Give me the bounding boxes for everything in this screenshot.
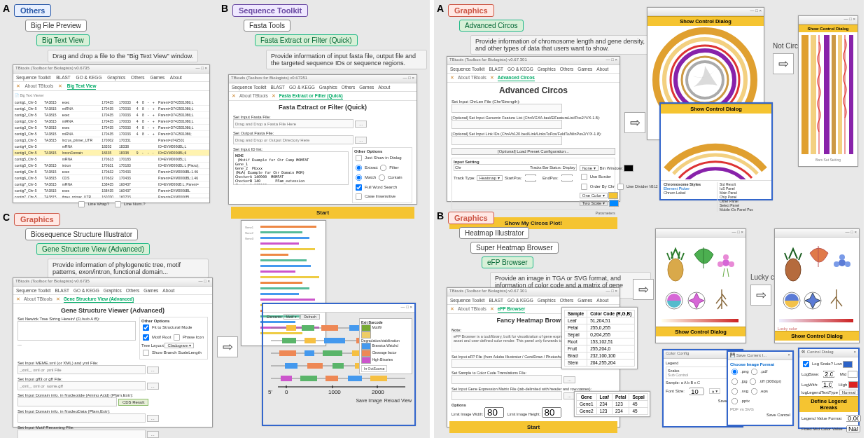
expr-matrix-file[interactable] xyxy=(451,391,562,400)
tab-fasta-extract[interactable]: Fasta Extract or Filter (Quick) xyxy=(279,93,343,100)
fasta-section-title: Fasta Extract or Filter (Quick) xyxy=(229,101,416,114)
svg-point-83 xyxy=(834,261,839,267)
svg-rect-14 xyxy=(260,287,309,289)
svg-rect-50 xyxy=(370,376,387,381)
item-gene-structure-view: Gene Structure View (Advanced) xyxy=(36,243,150,255)
reload-view-button[interactable]: Reload View xyxy=(384,398,412,403)
load-preset-button[interactable]: [Optional] Load Preset Configuration... xyxy=(451,148,615,155)
just-show-checkbox[interactable]: Just Show in Dialog xyxy=(354,156,402,160)
svg-rect-32 xyxy=(324,338,345,343)
line-num-checkbox[interactable]: Line Num.? xyxy=(113,202,146,206)
newick-area[interactable] xyxy=(18,321,136,341)
menu-seq-toolkit[interactable]: Sequence Toolkit xyxy=(16,75,50,80)
efp-start-button[interactable]: Start xyxy=(449,421,617,433)
tab-big-text-view[interactable]: Big Text View xyxy=(67,83,97,90)
tab-advanced-circos[interactable]: Advanced Circos xyxy=(498,75,535,81)
menu-go-kegg[interactable]: GO & KEGG xyxy=(76,75,102,80)
menu-about[interactable]: About xyxy=(170,75,182,80)
svg-rect-42 xyxy=(307,363,323,369)
svg-rect-3 xyxy=(260,226,316,228)
tab-gene-structure[interactable]: Gene Structure View (Advanced) xyxy=(64,296,134,303)
menu-strip[interactable]: Sequence Toolkit BLAST GO & KEGG Graphic… xyxy=(13,74,209,82)
domain-file-2[interactable] xyxy=(18,413,146,423)
fit-struct-checkbox[interactable]: Fit to Structural Mode xyxy=(141,325,192,329)
svg-rect-31 xyxy=(304,338,316,343)
svg-text:2000: 2000 xyxy=(372,389,384,395)
svg-rect-66 xyxy=(811,35,816,154)
svg-rect-27 xyxy=(349,325,359,331)
extract-radio[interactable]: Extract xyxy=(354,165,378,170)
sample-color-table: SampleColor Code (R,G,B) Leaf51,204,51Pe… xyxy=(561,307,638,369)
big-text-view-window: TBtools (Toolbox for Biologists) v0.6735… xyxy=(13,64,210,203)
item-efp-browser: eFP Browser xyxy=(482,256,533,268)
item-super-heatmap: Super Heatmap Browser xyxy=(470,242,559,254)
save-image-button[interactable]: Save Image xyxy=(356,398,382,403)
menu-others[interactable]: Others xyxy=(131,75,145,80)
item-big-text-view: Big Text View xyxy=(36,34,90,46)
svg-rect-35 xyxy=(279,350,296,356)
fasta-output-file[interactable] xyxy=(233,135,354,144)
efp-file[interactable] xyxy=(451,359,562,368)
tree-layout-select[interactable]: Cladogram ▾ xyxy=(164,343,194,348)
define-breaks-button[interactable]: Define Legend Breaks xyxy=(799,396,858,412)
help-big-text-view: Drag and drop a file to the "Big Text Vi… xyxy=(48,50,198,62)
meme-file[interactable] xyxy=(18,365,146,374)
fasta-extract-window: TBtools (Toolbox for Biologists) v0.6735… xyxy=(228,74,417,205)
linear-tracks-svg xyxy=(799,32,856,157)
filter-radio[interactable]: Filter xyxy=(379,165,398,170)
show-branch-checkbox[interactable]: Show Branch ScaleLength xyxy=(141,350,202,355)
menu-blast[interactable]: BLAST xyxy=(56,75,71,80)
save-button[interactable]: Save xyxy=(718,399,727,403)
start-button[interactable]: Start xyxy=(231,207,414,219)
svg-rect-13 xyxy=(260,282,302,284)
fasta-input-file[interactable] xyxy=(233,119,354,128)
full-word-checkbox[interactable]: Full Word Search xyxy=(354,185,397,189)
svg-rect-36 xyxy=(304,350,314,356)
svg-point-76 xyxy=(723,254,729,260)
motif-rename-file[interactable] xyxy=(18,430,146,438)
svg-rect-30 xyxy=(282,338,296,343)
menu-graphics[interactable]: Graphics xyxy=(107,75,125,80)
category-graphics: Graphics xyxy=(448,212,494,224)
help-circos: Provide information of chromosome length… xyxy=(470,35,652,55)
svg-text:5': 5' xyxy=(268,389,272,395)
help-gene-structure: Provide information of phylogenetic tree… xyxy=(48,259,209,278)
svg-point-80 xyxy=(785,259,801,281)
svg-rect-24 xyxy=(286,325,296,331)
svg-rect-48 xyxy=(326,376,338,381)
chrlen-file[interactable] xyxy=(451,104,562,113)
gff-file[interactable] xyxy=(18,381,146,390)
svg-rect-7 xyxy=(260,248,315,250)
tab-about[interactable]: About TBtools xyxy=(24,83,53,88)
big-text-table: contig1_Chr-5TA3815exec17043517003348-+P… xyxy=(13,100,209,198)
svg-rect-9 xyxy=(260,259,307,261)
svg-rect-43 xyxy=(332,363,344,369)
svg-rect-47 xyxy=(300,376,317,381)
circos-title: Advanced Circos xyxy=(447,83,620,98)
efp-output-2: — □ × Lucky color Show Control Dialog xyxy=(774,228,860,343)
color-code-file[interactable] xyxy=(451,375,562,384)
fasta-id-list[interactable]: MEME (Motif Example for Chr Comp MOMFAT … xyxy=(233,151,349,185)
menu-games[interactable]: Games xyxy=(150,75,164,80)
cds-result-button[interactable]: CDS Result xyxy=(118,399,148,406)
show-control-dialog-button[interactable]: Show Control Dialog xyxy=(648,16,764,26)
svg-rect-15 xyxy=(260,293,299,295)
arrow-icon: ⇨ xyxy=(750,285,771,306)
tab-efp[interactable]: eFP Browser xyxy=(498,306,526,313)
match-radio[interactable]: Match xyxy=(354,175,376,179)
feature-file[interactable] xyxy=(451,120,562,129)
case-checkbox[interactable]: Case Insensitive xyxy=(354,194,396,198)
contain-radio[interactable]: Contain xyxy=(377,175,402,179)
link-file[interactable] xyxy=(451,136,562,145)
color-swatch[interactable] xyxy=(624,165,634,172)
line-wrap-checkbox[interactable]: Line Wrap? xyxy=(77,202,109,206)
show-control-dialog-button[interactable]: Show Control Dialog xyxy=(656,327,746,336)
svg-rect-41 xyxy=(285,363,298,369)
domain-file[interactable] xyxy=(18,397,117,406)
save-button[interactable]: Save xyxy=(766,413,776,417)
browse-button[interactable]: ... xyxy=(355,121,367,128)
show-control-dialog-button[interactable]: Show Control Dialog xyxy=(661,104,771,114)
cancel-button[interactable]: Cancel xyxy=(777,413,790,417)
track-type-select[interactable]: Heatmap ▾ xyxy=(477,175,503,181)
in-outsource-button[interactable]: In OutSource xyxy=(361,365,387,372)
